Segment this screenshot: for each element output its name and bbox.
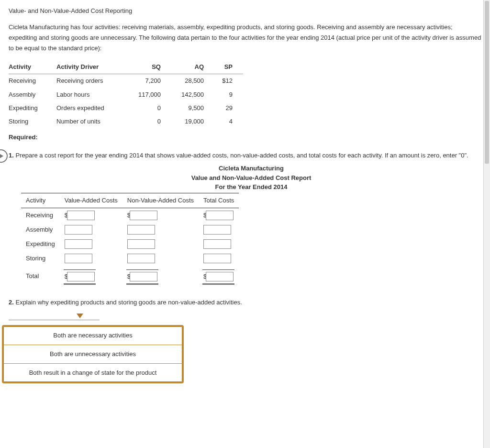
th-driver: Activity Driver — [56, 60, 128, 74]
col-activity: Activity — [21, 193, 60, 208]
report-period: For the Year Ended 2014 — [21, 182, 481, 192]
cell-sp: 29 — [214, 101, 243, 115]
q1-number: 1. — [9, 152, 14, 159]
receiving-va-input[interactable] — [67, 211, 95, 220]
cell-aq: 142,500 — [171, 88, 214, 101]
cell-sp: 4 — [214, 115, 243, 128]
report-total-row: Total $ $ $ — [21, 266, 239, 284]
cell-driver: Orders expedited — [56, 101, 128, 115]
cell-activity: Expediting — [9, 101, 56, 115]
question-2: 2. Explain why expediting products and s… — [9, 297, 481, 308]
assembly-va-input[interactable] — [65, 225, 92, 235]
q2-text: Explain why expediting products and stor… — [14, 299, 242, 306]
col-total: Total Costs — [199, 193, 239, 208]
th-sq: SQ — [128, 60, 171, 74]
cost-report-table: Activity Value-Added Costs Non-Value-Add… — [21, 193, 239, 284]
report-company: Cicleta Manufacturing — [21, 164, 481, 173]
cell-driver: Number of units — [56, 115, 128, 128]
table-row: Storing Number of units 0 19,000 4 — [9, 115, 243, 128]
report-row: Receiving $ $ $ — [21, 208, 239, 223]
report-row: Storing — [21, 251, 239, 266]
activity-data-table: Activity Activity Driver SQ AQ SP Receiv… — [9, 60, 243, 128]
cell-sq: 117,000 — [128, 88, 171, 101]
total-total-input[interactable] — [206, 272, 234, 281]
dropdown-option[interactable]: Both result in a change of state for the… — [3, 363, 182, 382]
expediting-nva-input[interactable] — [127, 239, 155, 249]
cell-aq: 9,500 — [171, 101, 214, 115]
assembly-nva-input[interactable] — [127, 225, 155, 235]
th-sp: SP — [214, 60, 243, 74]
cell-activity: Assembly — [9, 88, 56, 101]
row-label: Assembly — [21, 223, 60, 237]
cell-sq: 0 — [128, 101, 171, 115]
table-row: Assembly Labor hours 117,000 142,500 9 — [9, 88, 243, 101]
row-label: Storing — [21, 251, 60, 266]
assembly-total-input[interactable] — [203, 225, 231, 235]
report-title: Value and Non-Value-Added Cost Report — [21, 173, 481, 183]
dropdown-option[interactable]: Both are necessary activities — [3, 326, 182, 345]
scroll-thumb[interactable] — [485, 1, 489, 164]
col-nva: Non-Value-Added Costs — [122, 193, 199, 208]
arrow-right-icon — [0, 149, 8, 163]
total-nva-input[interactable] — [130, 272, 157, 281]
chevron-down-icon — [77, 314, 83, 318]
dropdown-panel: Both are necessary activities Both are u… — [2, 325, 184, 383]
total-va-input[interactable] — [67, 272, 95, 281]
q2-number: 2. — [9, 299, 14, 306]
th-activity: Activity — [9, 60, 56, 74]
expediting-va-input[interactable] — [65, 239, 92, 249]
intro-paragraph: Cicleta Manufacturing has four activitie… — [9, 22, 481, 54]
receiving-total-input[interactable] — [206, 211, 234, 220]
expediting-total-input[interactable] — [203, 239, 231, 249]
cell-activity: Receiving — [9, 74, 56, 88]
storing-nva-input[interactable] — [127, 254, 155, 263]
table-row: Receiving Receiving orders 7,200 28,500 … — [9, 74, 243, 88]
cell-aq: 28,500 — [171, 74, 214, 88]
page-title: Value- and Non-Value-Added Cost Reportin… — [9, 6, 481, 16]
cell-sq: 7,200 — [128, 74, 171, 88]
receiving-nva-input[interactable] — [130, 211, 157, 220]
report-row: Assembly — [21, 223, 239, 237]
cell-sp: $12 — [214, 74, 243, 88]
report-row: Expediting — [21, 237, 239, 251]
table-row: Expediting Orders expedited 0 9,500 29 — [9, 101, 243, 115]
cell-driver: Labor hours — [56, 88, 128, 101]
storing-va-input[interactable] — [65, 254, 92, 263]
th-aq: AQ — [171, 60, 214, 74]
total-label: Total — [21, 266, 60, 284]
dropdown-field[interactable] — [9, 316, 100, 320]
report-header: Cicleta Manufacturing Value and Non-Valu… — [21, 164, 481, 192]
col-va: Value-Added Costs — [60, 193, 122, 208]
row-label: Expediting — [21, 237, 60, 251]
cell-activity: Storing — [9, 115, 56, 128]
required-label: Required: — [9, 132, 481, 143]
cell-sq: 0 — [128, 115, 171, 128]
cell-aq: 19,000 — [171, 115, 214, 128]
row-label: Receiving — [21, 208, 60, 223]
storing-total-input[interactable] — [203, 254, 231, 263]
vertical-scrollbar[interactable] — [483, 0, 490, 393]
cell-driver: Receiving orders — [56, 74, 128, 88]
cell-sp: 9 — [214, 88, 243, 101]
question-1: 1. Prepare a cost report for the year en… — [9, 150, 481, 161]
q1-text: Prepare a cost report for the year endin… — [14, 152, 468, 159]
dropdown-option[interactable]: Both are unnecessary activities — [3, 345, 182, 363]
